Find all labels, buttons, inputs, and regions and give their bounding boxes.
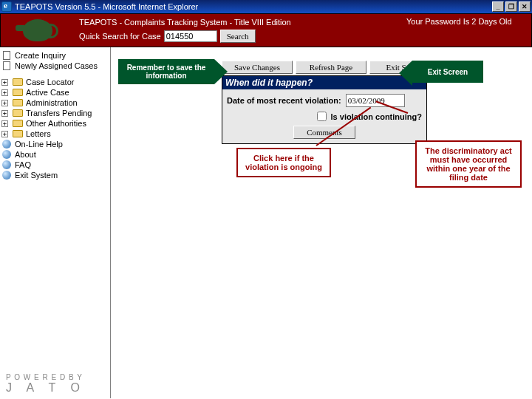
sidebar-online-help[interactable]: On-Line Help bbox=[1, 139, 109, 149]
expand-icon[interactable]: + bbox=[1, 79, 8, 86]
sidebar-administration[interactable]: + Administration bbox=[1, 98, 109, 108]
search-button[interactable]: Search bbox=[220, 30, 256, 43]
date-label: Date of most recent violation: bbox=[227, 96, 341, 105]
logo-cell bbox=[1, 14, 75, 47]
info-icon bbox=[1, 150, 12, 159]
refresh-button[interactable]: Refresh Page bbox=[296, 61, 366, 74]
document-icon bbox=[1, 61, 12, 70]
sidebar-label: Case Locator bbox=[26, 78, 74, 86]
sidebar-label: Letters bbox=[26, 129, 51, 138]
sidebar-label: FAQ bbox=[15, 160, 31, 169]
sidebar-label: Administration bbox=[26, 98, 78, 107]
violation-date-input[interactable] bbox=[346, 94, 405, 107]
callout-rule: The discriminatory act must have occurre… bbox=[415, 140, 522, 188]
sidebar-label: Newly Assigned Cases bbox=[15, 61, 98, 70]
expand-icon[interactable]: + bbox=[1, 89, 8, 96]
callout-remember: Remember to save the information bbox=[114, 56, 219, 87]
sidebar-case-locator[interactable]: + Case Locator bbox=[1, 77, 109, 87]
violation-continuing-checkbox[interactable] bbox=[317, 112, 327, 121]
faq-icon bbox=[1, 160, 12, 169]
expand-icon[interactable]: + bbox=[1, 110, 8, 117]
comments-button[interactable]: Comments bbox=[293, 126, 355, 139]
quick-search-input[interactable] bbox=[164, 30, 217, 42]
expand-icon[interactable]: + bbox=[1, 120, 8, 127]
sidebar-faq[interactable]: FAQ bbox=[1, 160, 109, 170]
close-button[interactable]: ✕ bbox=[519, 1, 531, 12]
sidebar-newly-assigned[interactable]: Newly Assigned Cases bbox=[1, 61, 109, 71]
sidebar-active-case[interactable]: + Active Case bbox=[1, 87, 109, 98]
ie-icon bbox=[1, 1, 12, 12]
callout-ongoing: Click here if the violation is ongoing bbox=[236, 148, 331, 177]
quick-search-label: Quick Search for Case bbox=[79, 32, 161, 41]
expand-icon[interactable]: + bbox=[1, 131, 8, 137]
sidebar-label: Exit System bbox=[15, 171, 58, 180]
password-age-cell: Your Password Is 2 Days Old bbox=[402, 14, 531, 47]
sidebar-letters[interactable]: + Letters bbox=[1, 129, 109, 139]
sidebar-label: On-Line Help bbox=[15, 140, 63, 149]
panel-title: When did it happen? bbox=[222, 76, 426, 89]
sidebar-label: Transfers Pending bbox=[26, 109, 92, 117]
jato-logo: J A T O bbox=[6, 381, 86, 395]
sidebar-about[interactable]: About bbox=[1, 149, 109, 160]
sidebar-label: Other Authorities bbox=[26, 119, 86, 128]
exit-icon bbox=[1, 171, 12, 180]
sidebar-create-inquiry[interactable]: Create Inquiry bbox=[1, 50, 109, 61]
callout-text: Click here if the violation is ongoing bbox=[245, 154, 322, 171]
sidebar-transfers-pending[interactable]: + Transfers Pending bbox=[1, 108, 109, 118]
teapot-icon bbox=[23, 19, 52, 41]
window-title: TEAPOTS Version 5.5 - Microsoft Internet… bbox=[15, 2, 492, 11]
callout-text: The discriminatory act must have occurre… bbox=[425, 146, 511, 182]
folder-icon bbox=[13, 89, 23, 96]
folder-icon bbox=[13, 109, 23, 117]
window-titlebar: TEAPOTS Version 5.5 - Microsoft Internet… bbox=[0, 0, 532, 13]
sidebar-other-authorities[interactable]: + Other Authorities bbox=[1, 118, 109, 129]
expand-icon[interactable]: + bbox=[1, 100, 8, 106]
save-button[interactable]: Save Changes bbox=[222, 61, 293, 74]
app-header: TEAPOTS - Complaints Tracking System - T… bbox=[0, 13, 532, 47]
powered-by-label: P O W E R E D B Y bbox=[6, 373, 83, 381]
callout-text: Exit Screen bbox=[412, 61, 483, 83]
folder-icon bbox=[13, 99, 23, 106]
folder-icon bbox=[13, 130, 23, 137]
folder-icon bbox=[13, 78, 23, 86]
sidebar-label: Active Case bbox=[26, 88, 69, 97]
sidebar-label: About bbox=[15, 150, 36, 159]
password-age-text: Your Password Is 2 Days Old bbox=[406, 17, 512, 26]
callout-exit: Exit Screen bbox=[408, 58, 488, 86]
app-title: TEAPOTS - Complaints Tracking System - T… bbox=[79, 18, 398, 27]
sidebar-exit-system[interactable]: Exit System bbox=[1, 170, 109, 180]
help-icon bbox=[1, 140, 12, 149]
content-area: Save Changes Refresh Page Exit Screen Wh… bbox=[111, 47, 532, 398]
folder-icon bbox=[13, 120, 23, 127]
document-icon bbox=[1, 51, 12, 60]
sidebar-label: Create Inquiry bbox=[15, 51, 66, 60]
continuing-label: Is violation continuing? bbox=[331, 112, 422, 121]
sidebar: Create Inquiry Newly Assigned Cases + Ca… bbox=[0, 47, 111, 398]
maximize-button[interactable]: ❐ bbox=[505, 1, 517, 12]
callout-text: Remember to save the information bbox=[118, 59, 214, 84]
minimize-button[interactable]: _ bbox=[492, 1, 504, 12]
